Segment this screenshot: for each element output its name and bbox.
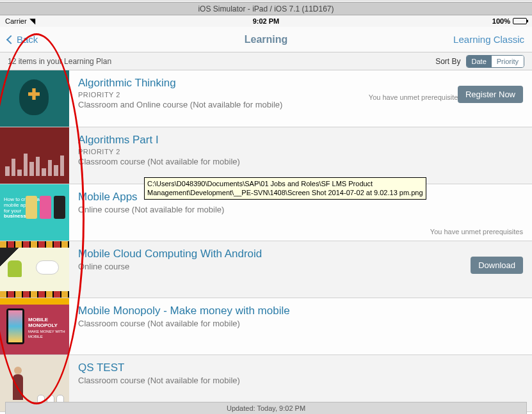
course-desc: Classroom course (Not available for mobi… [78,319,523,328]
course-title: Algorithmic Thinking [78,77,523,90]
navigation-bar: Back Learning Learning Classic [0,27,532,52]
course-title: Algorithms Part I [78,134,523,147]
course-desc: Classroom course (Not available for mobi… [78,376,523,385]
course-thumbnail: MOBILE MONOPOLYMAKE MONEY WITH MOBILE [0,298,69,354]
sort-segmented-control: Date Priority [466,55,524,68]
carrier-label: Carrier [5,17,27,25]
prerequisite-note: You have unmet prerequisites [430,228,523,235]
footer-updated: Updated: Today, 9:02 PM [5,402,527,414]
list-item[interactable]: Algorithms Part I PRIORITY 2 Classroom c… [0,127,532,184]
subheader: 12 items in your Learning Plan Sort By D… [0,52,532,70]
simulator-title-bar: iOS Simulator - iPad / iOS 7.1 (11D167) [0,2,532,15]
course-thumbnail [0,241,69,298]
chevron-left-icon [6,35,15,44]
battery-percent: 100% [492,17,510,25]
page-title: Learning [245,34,288,45]
battery-icon [513,18,527,24]
course-thumbnail [0,127,69,184]
learning-list: Algorithmic Thinking PRIORITY 2 Classroo… [0,70,532,412]
list-item[interactable]: Algorithmic Thinking PRIORITY 2 Classroo… [0,70,532,127]
course-thumbnail [0,70,69,127]
sort-by-label: Sort By [435,57,460,66]
sort-priority[interactable]: Priority [492,56,524,67]
download-button[interactable]: Download [471,257,523,274]
status-time: 9:02 PM [253,17,280,25]
prerequisite-note: You have unmet prerequisites [369,93,462,101]
course-desc: Online course [78,262,523,271]
wifi-icon: ◥ [29,17,35,26]
register-now-button[interactable]: Register Now [458,86,523,103]
course-desc: Classroom and Online course (Not availab… [78,100,523,109]
file-path-tooltip: C:\Users\D048390\Documents\SAP\01 Jobs a… [144,177,426,200]
simulator-title: iOS Simulator - iPad / iOS 7.1 (11D167) [198,4,334,13]
course-desc: Online course (Not available for mobile) [78,205,523,214]
learning-classic-link[interactable]: Learning Classic [453,34,524,45]
sort-date[interactable]: Date [467,56,492,67]
back-label: Back [17,34,38,45]
course-title: QS TEST [78,362,523,374]
status-bar: Carrier ◥ 9:02 PM 100% [0,15,532,27]
item-count: 12 items in your Learning Plan [8,57,111,66]
course-desc: Classroom course (Not available for mobi… [78,157,523,166]
course-thumbnail: How to create amobile appfor yourbusines… [0,184,69,241]
list-item[interactable]: Mobile Cloud Computing With Android Onli… [0,241,532,298]
course-priority: PRIORITY 2 [78,148,523,155]
course-title: Mobile Cloud Computing With Android [78,248,523,260]
list-item[interactable]: MOBILE MONOPOLYMAKE MONEY WITH MOBILE Mo… [0,298,532,355]
course-title: Mobile Monopoly - Make money with mobile [78,305,523,317]
back-button[interactable]: Back [8,34,38,45]
